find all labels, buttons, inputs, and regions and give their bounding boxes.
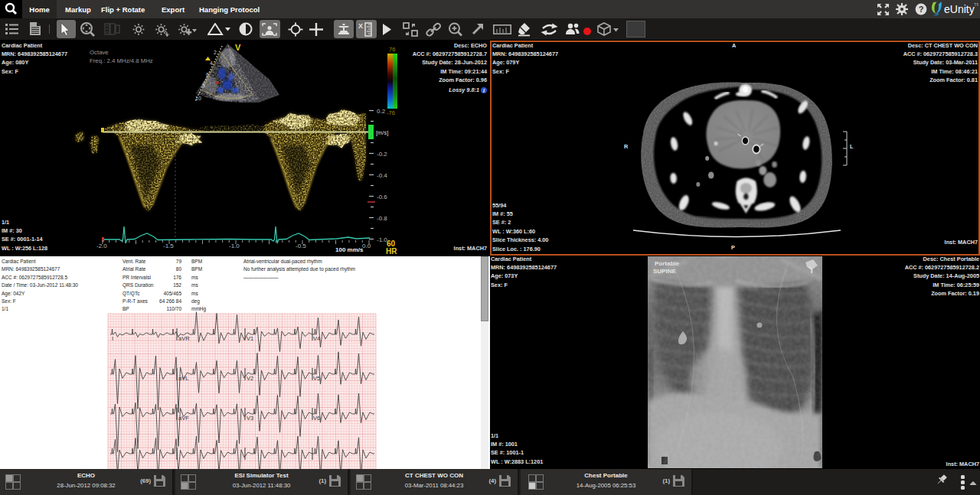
- svg-text:aVL: aVL: [178, 375, 188, 382]
- svg-text:[m/s]: [m/s]: [376, 129, 388, 136]
- svg-text:6: 6: [206, 72, 209, 77]
- svg-text:V: V: [235, 43, 241, 52]
- svg-text:0.2: 0.2: [377, 108, 386, 115]
- svg-text:-1.5: -1.5: [163, 243, 174, 249]
- svg-text:76: 76: [389, 46, 395, 53]
- svg-text:SUPINE: SUPINE: [653, 268, 676, 275]
- svg-text:-0.4: -0.4: [377, 172, 387, 179]
- svg-text:-0.6: -0.6: [377, 194, 387, 200]
- svg-text:TM: TM: [974, 2, 978, 7]
- svg-text:-1.0: -1.0: [229, 243, 240, 249]
- svg-text:0.0: 0.0: [362, 243, 371, 249]
- svg-text:8: 8: [202, 83, 205, 88]
- svg-text:?: ?: [919, 5, 924, 14]
- svg-text:aVF: aVF: [178, 415, 189, 422]
- svg-text:X: X: [358, 22, 363, 30]
- svg-text:2: 2: [214, 50, 217, 55]
- svg-text:HR: HR: [386, 247, 397, 256]
- svg-text:aVR: aVR: [178, 335, 190, 342]
- svg-text:Portable: Portable: [655, 260, 680, 267]
- svg-text:V1: V1: [247, 335, 253, 342]
- svg-text:-2.0: -2.0: [96, 243, 107, 249]
- svg-text:-0.2: -0.2: [377, 151, 387, 158]
- svg-text:V6: V6: [313, 415, 320, 422]
- svg-text:V5: V5: [313, 375, 320, 382]
- svg-text:eUnity: eUnity: [944, 3, 975, 15]
- svg-text:10: 10: [195, 96, 201, 101]
- svg-text:-0.5: -0.5: [296, 243, 306, 249]
- svg-text:V3: V3: [247, 415, 253, 422]
- svg-text:-0.8: -0.8: [377, 215, 387, 222]
- svg-text:I: I: [112, 335, 113, 342]
- svg-text:100 mm/s: 100 mm/s: [335, 246, 364, 253]
- svg-text:V4: V4: [313, 335, 320, 342]
- svg-text:-76: -76: [387, 109, 395, 116]
- svg-text:V2: V2: [247, 375, 253, 382]
- svg-text:4: 4: [210, 60, 213, 66]
